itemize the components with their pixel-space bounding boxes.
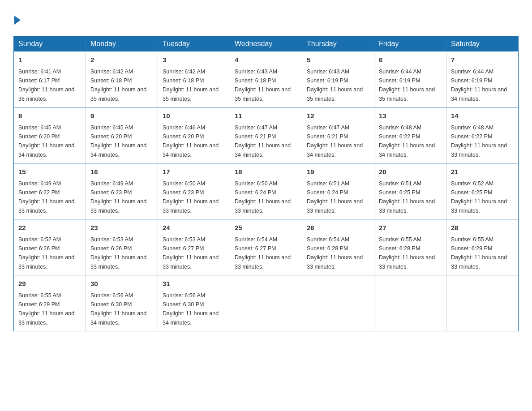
day-number: 15 bbox=[18, 167, 81, 177]
calendar-day-cell bbox=[374, 275, 446, 331]
day-number: 28 bbox=[451, 223, 514, 233]
day-number: 16 bbox=[90, 167, 153, 177]
calendar-day-cell: 23 Sunrise: 6:53 AMSunset: 6:26 PMDaylig… bbox=[86, 219, 158, 275]
day-info: Sunrise: 6:49 AMSunset: 6:23 PMDaylight:… bbox=[90, 180, 146, 214]
calendar-week-row: 15 Sunrise: 6:49 AMSunset: 6:22 PMDaylig… bbox=[14, 163, 519, 219]
day-number: 19 bbox=[307, 167, 369, 177]
page-header bbox=[13, 9, 519, 27]
day-info: Sunrise: 6:50 AMSunset: 6:23 PMDaylight:… bbox=[163, 180, 219, 214]
calendar-day-cell: 13 Sunrise: 6:48 AMSunset: 6:22 PMDaylig… bbox=[374, 107, 446, 163]
day-info: Sunrise: 6:55 AMSunset: 6:29 PMDaylight:… bbox=[451, 236, 507, 270]
calendar-day-cell: 22 Sunrise: 6:52 AMSunset: 6:26 PMDaylig… bbox=[14, 219, 86, 275]
calendar-day-cell: 3 Sunrise: 6:42 AMSunset: 6:18 PMDayligh… bbox=[158, 51, 230, 107]
calendar-day-cell: 25 Sunrise: 6:54 AMSunset: 6:27 PMDaylig… bbox=[230, 219, 302, 275]
day-info: Sunrise: 6:48 AMSunset: 6:22 PMDaylight:… bbox=[451, 124, 507, 158]
day-info: Sunrise: 6:47 AMSunset: 6:21 PMDaylight:… bbox=[235, 124, 291, 158]
calendar-header-monday: Monday bbox=[86, 36, 158, 52]
day-info: Sunrise: 6:43 AMSunset: 6:19 PMDaylight:… bbox=[307, 68, 363, 102]
calendar-day-cell: 6 Sunrise: 6:44 AMSunset: 6:19 PMDayligh… bbox=[374, 51, 446, 107]
calendar-day-cell: 24 Sunrise: 6:53 AMSunset: 6:27 PMDaylig… bbox=[158, 219, 230, 275]
calendar-week-row: 8 Sunrise: 6:45 AMSunset: 6:20 PMDayligh… bbox=[14, 107, 519, 163]
day-number: 5 bbox=[307, 55, 369, 65]
calendar-day-cell: 29 Sunrise: 6:55 AMSunset: 6:29 PMDaylig… bbox=[14, 275, 86, 331]
calendar-day-cell: 14 Sunrise: 6:48 AMSunset: 6:22 PMDaylig… bbox=[446, 107, 519, 163]
calendar-header-sunday: Sunday bbox=[14, 36, 86, 52]
day-number: 13 bbox=[379, 111, 442, 121]
day-number: 27 bbox=[379, 223, 442, 233]
calendar-day-cell: 28 Sunrise: 6:55 AMSunset: 6:29 PMDaylig… bbox=[446, 219, 519, 275]
day-number: 24 bbox=[163, 223, 225, 233]
calendar-day-cell: 16 Sunrise: 6:49 AMSunset: 6:23 PMDaylig… bbox=[86, 163, 158, 219]
calendar-header-wednesday: Wednesday bbox=[230, 36, 302, 52]
day-info: Sunrise: 6:42 AMSunset: 6:18 PMDaylight:… bbox=[163, 68, 219, 102]
day-info: Sunrise: 6:47 AMSunset: 6:21 PMDaylight:… bbox=[307, 124, 363, 158]
calendar-day-cell: 12 Sunrise: 6:47 AMSunset: 6:21 PMDaylig… bbox=[302, 107, 374, 163]
day-info: Sunrise: 6:56 AMSunset: 6:30 PMDaylight:… bbox=[163, 292, 219, 326]
logo-arrow-icon bbox=[14, 16, 21, 25]
day-info: Sunrise: 6:52 AMSunset: 6:26 PMDaylight:… bbox=[18, 236, 74, 270]
day-info: Sunrise: 6:45 AMSunset: 6:20 PMDaylight:… bbox=[90, 124, 146, 158]
day-info: Sunrise: 6:53 AMSunset: 6:27 PMDaylight:… bbox=[163, 236, 219, 270]
day-info: Sunrise: 6:54 AMSunset: 6:27 PMDaylight:… bbox=[235, 236, 291, 270]
calendar-day-cell: 15 Sunrise: 6:49 AMSunset: 6:22 PMDaylig… bbox=[14, 163, 86, 219]
calendar-day-cell: 18 Sunrise: 6:50 AMSunset: 6:24 PMDaylig… bbox=[230, 163, 302, 219]
calendar-day-cell: 10 Sunrise: 6:46 AMSunset: 6:20 PMDaylig… bbox=[158, 107, 230, 163]
logo bbox=[13, 13, 21, 27]
calendar-day-cell: 19 Sunrise: 6:51 AMSunset: 6:24 PMDaylig… bbox=[302, 163, 374, 219]
calendar-day-cell: 17 Sunrise: 6:50 AMSunset: 6:23 PMDaylig… bbox=[158, 163, 230, 219]
day-info: Sunrise: 6:44 AMSunset: 6:19 PMDaylight:… bbox=[451, 68, 507, 102]
calendar-header-row: SundayMondayTuesdayWednesdayThursdayFrid… bbox=[14, 36, 519, 52]
day-number: 14 bbox=[451, 111, 514, 121]
day-info: Sunrise: 6:44 AMSunset: 6:19 PMDaylight:… bbox=[379, 68, 435, 102]
calendar-header-friday: Friday bbox=[374, 36, 446, 52]
calendar-header-thursday: Thursday bbox=[302, 36, 374, 52]
calendar-day-cell: 5 Sunrise: 6:43 AMSunset: 6:19 PMDayligh… bbox=[302, 51, 374, 107]
day-number: 22 bbox=[18, 223, 81, 233]
calendar-day-cell: 11 Sunrise: 6:47 AMSunset: 6:21 PMDaylig… bbox=[230, 107, 302, 163]
day-number: 8 bbox=[18, 111, 81, 121]
calendar-day-cell: 20 Sunrise: 6:51 AMSunset: 6:25 PMDaylig… bbox=[374, 163, 446, 219]
calendar-day-cell: 21 Sunrise: 6:52 AMSunset: 6:25 PMDaylig… bbox=[446, 163, 519, 219]
day-number: 23 bbox=[90, 223, 153, 233]
day-number: 17 bbox=[163, 167, 225, 177]
day-number: 3 bbox=[163, 55, 225, 65]
day-info: Sunrise: 6:50 AMSunset: 6:24 PMDaylight:… bbox=[235, 180, 291, 214]
calendar-day-cell bbox=[302, 275, 374, 331]
day-info: Sunrise: 6:41 AMSunset: 6:17 PMDaylight:… bbox=[18, 68, 74, 102]
calendar-week-row: 1 Sunrise: 6:41 AMSunset: 6:17 PMDayligh… bbox=[14, 51, 519, 107]
day-info: Sunrise: 6:45 AMSunset: 6:20 PMDaylight:… bbox=[18, 124, 74, 158]
calendar-day-cell: 2 Sunrise: 6:42 AMSunset: 6:18 PMDayligh… bbox=[86, 51, 158, 107]
day-number: 18 bbox=[235, 167, 297, 177]
day-number: 4 bbox=[235, 55, 297, 65]
calendar-week-row: 29 Sunrise: 6:55 AMSunset: 6:29 PMDaylig… bbox=[14, 275, 519, 331]
calendar-table: SundayMondayTuesdayWednesdayThursdayFrid… bbox=[13, 36, 519, 331]
day-info: Sunrise: 6:51 AMSunset: 6:24 PMDaylight:… bbox=[307, 180, 363, 214]
calendar-day-cell: 4 Sunrise: 6:43 AMSunset: 6:18 PMDayligh… bbox=[230, 51, 302, 107]
day-info: Sunrise: 6:43 AMSunset: 6:18 PMDaylight:… bbox=[235, 68, 291, 102]
day-number: 26 bbox=[307, 223, 369, 233]
day-number: 7 bbox=[451, 55, 514, 65]
calendar-day-cell bbox=[230, 275, 302, 331]
calendar-day-cell: 9 Sunrise: 6:45 AMSunset: 6:20 PMDayligh… bbox=[86, 107, 158, 163]
day-info: Sunrise: 6:55 AMSunset: 6:28 PMDaylight:… bbox=[379, 236, 435, 270]
day-number: 6 bbox=[379, 55, 442, 65]
calendar-day-cell: 8 Sunrise: 6:45 AMSunset: 6:20 PMDayligh… bbox=[14, 107, 86, 163]
day-info: Sunrise: 6:52 AMSunset: 6:25 PMDaylight:… bbox=[451, 180, 507, 214]
day-info: Sunrise: 6:51 AMSunset: 6:25 PMDaylight:… bbox=[379, 180, 435, 214]
calendar-week-row: 22 Sunrise: 6:52 AMSunset: 6:26 PMDaylig… bbox=[14, 219, 519, 275]
day-number: 11 bbox=[235, 111, 297, 121]
calendar-day-cell: 27 Sunrise: 6:55 AMSunset: 6:28 PMDaylig… bbox=[374, 219, 446, 275]
day-info: Sunrise: 6:46 AMSunset: 6:20 PMDaylight:… bbox=[163, 124, 219, 158]
day-info: Sunrise: 6:55 AMSunset: 6:29 PMDaylight:… bbox=[18, 292, 74, 326]
day-info: Sunrise: 6:49 AMSunset: 6:22 PMDaylight:… bbox=[18, 180, 74, 214]
day-number: 10 bbox=[163, 111, 225, 121]
calendar-day-cell: 1 Sunrise: 6:41 AMSunset: 6:17 PMDayligh… bbox=[14, 51, 86, 107]
day-number: 2 bbox=[90, 55, 153, 65]
day-info: Sunrise: 6:42 AMSunset: 6:18 PMDaylight:… bbox=[90, 68, 146, 102]
day-info: Sunrise: 6:56 AMSunset: 6:30 PMDaylight:… bbox=[90, 292, 146, 326]
calendar-day-cell: 7 Sunrise: 6:44 AMSunset: 6:19 PMDayligh… bbox=[446, 51, 519, 107]
calendar-header-saturday: Saturday bbox=[446, 36, 519, 52]
calendar-day-cell: 26 Sunrise: 6:54 AMSunset: 6:28 PMDaylig… bbox=[302, 219, 374, 275]
calendar-day-cell: 31 Sunrise: 6:56 AMSunset: 6:30 PMDaylig… bbox=[158, 275, 230, 331]
day-number: 31 bbox=[163, 279, 225, 289]
